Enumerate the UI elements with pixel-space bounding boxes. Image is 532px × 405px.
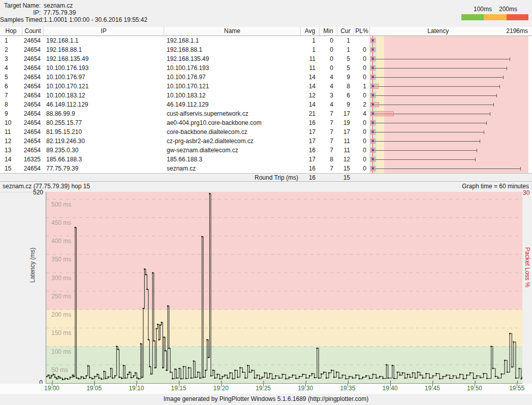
max-latency-whisker [373, 150, 477, 151]
time-tick-label: 19:50 [463, 385, 486, 392]
table-row-hop-4[interactable]: 42465410.100.176.19310.100.176.19311050✕ [0, 63, 532, 73]
cell-name: 192.168.88.1 [164, 45, 300, 54]
cell-hop: 10 [0, 118, 22, 127]
cell-avg: 16 [300, 164, 319, 173]
cell-cur: 5 [337, 63, 354, 73]
target-name-value: seznam.cz [44, 2, 73, 9]
time-tick-label: 19:45 [421, 385, 444, 392]
sample-marker-icon: ✕ [370, 75, 375, 80]
cell-latency-graph: ✕ [369, 146, 532, 155]
table-row-hop-6[interactable]: 62465410.100.170.12110.100.170.12114481✕ [0, 82, 532, 91]
time-axis-labels: 19:0019:0519:1019:1519:2019:2519:3019:35… [0, 384, 532, 394]
cell-packet-loss: 0 [354, 164, 369, 173]
table-row-hop-11[interactable]: 112465481.95.15.210core-backbone.dialtel… [0, 127, 532, 137]
cell-ip: 192.168.135.49 [43, 54, 164, 63]
cell-latency-graph: ✕ [369, 109, 532, 118]
ip-value: 77.75.79.39 [44, 9, 76, 16]
sample-marker-icon: ✕ [370, 120, 375, 125]
col-header-ip: IP [43, 27, 164, 36]
ip-label: IP: [0, 9, 41, 16]
table-row-hop-5[interactable]: 52465410.100.176.9710.100.176.9714490✕ [0, 73, 532, 82]
time-tick-label: 19:40 [379, 385, 401, 392]
cell-hop: 9 [0, 109, 22, 118]
footer-bar: Image generated by PingPlotter Windows 5… [0, 394, 532, 405]
sample-marker-icon: ✕ [370, 102, 375, 107]
cell-min: 7 [319, 164, 337, 173]
cell-hop: 15 [0, 164, 22, 173]
table-row-hop-3[interactable]: 324654192.168.135.49192.168.135.4911050✕ [0, 54, 532, 63]
cell-ip: 82.119.246.30 [43, 137, 164, 146]
cell-avg: 11 [300, 63, 319, 73]
cell-cur: 11 [337, 146, 354, 155]
cell-ip: 185.66.188.3 [43, 155, 164, 164]
cell-latency-graph: ✕ [369, 63, 532, 73]
max-latency-whisker [373, 86, 499, 87]
cell-count: 24654 [22, 109, 43, 118]
cell-avg: 14 [300, 82, 319, 91]
cell-count: 24654 [22, 118, 43, 127]
cell-hop: 3 [0, 54, 22, 63]
cell-packet-loss [354, 36, 369, 45]
cell-packet-loss: 2 [354, 100, 369, 109]
max-latency-tick [499, 85, 500, 88]
max-latency-tick [503, 76, 504, 79]
trace-table-header: Hop Count IP Name Avg Min Cur PL% Latenc… [0, 27, 532, 36]
latency-time-plot[interactable]: 50 ms100 ms150 ms200 ms250 ms300 ms350 m… [46, 192, 522, 384]
cell-hop: 6 [0, 82, 22, 91]
cell-count: 24654 [22, 73, 43, 82]
cell-packet-loss: 0 [354, 155, 369, 164]
cell-ip: 89.235.0.30 [43, 146, 164, 155]
sample-marker-icon: ✕ [370, 84, 375, 89]
table-row-hop-14[interactable]: 1416325185.66.188.3185.66.188.3178120✕ [0, 155, 532, 164]
cell-ip: 46.149.112.129 [43, 100, 164, 109]
cell-avg: 17 [300, 155, 319, 164]
cell-min: 4 [319, 73, 337, 82]
time-tick-label: 19:20 [210, 385, 232, 392]
packet-loss-max-label: 30 [523, 189, 529, 196]
table-row-hop-8[interactable]: 82465446.149.112.12946.149.112.12914492✕ [0, 100, 532, 109]
table-row-hop-15[interactable]: 152465477.75.79.39seznam.cz167150✕ [0, 164, 532, 173]
time-tick-label: 19:15 [168, 385, 190, 392]
max-latency-whisker [373, 168, 520, 169]
y-axis-title: Latency (ms) [29, 248, 36, 283]
col-header-min: Min [319, 27, 337, 36]
cell-ip: 81.95.15.210 [43, 127, 164, 137]
table-row-hop-10[interactable]: 102465480.255.15.77ae0-404.prg10.core-ba… [0, 118, 532, 127]
cell-min: 0 [319, 36, 337, 45]
cell-name: 46.149.112.129 [164, 100, 300, 109]
table-row-hop-7[interactable]: 72465410.100.183.1210.100.183.1212360✕ [0, 91, 532, 100]
cell-packet-loss: 4 [354, 109, 369, 118]
max-latency-tick [496, 94, 497, 97]
max-latency-whisker [373, 132, 484, 132]
legend-red-segment [507, 14, 528, 20]
round-trip-avg: 16 [300, 174, 319, 182]
cell-avg: 12 [300, 91, 319, 100]
cell-latency-graph: ✕ [369, 82, 532, 91]
cell-min: 7 [319, 146, 337, 155]
table-row-hop-2[interactable]: 224654192.168.88.1192.168.88.11010✕ [0, 45, 532, 54]
table-row-hop-1[interactable]: 124654192.168.1.1192.168.1.1101✕ [0, 36, 532, 45]
cell-cur: 19 [337, 118, 354, 127]
cell-avg: 14 [300, 100, 319, 109]
cell-min: 7 [319, 137, 337, 146]
gridline-label: 500 ms [51, 201, 71, 208]
table-row-hop-12[interactable]: 122465482.119.246.30cz-prg-asbr2-ae2.dia… [0, 137, 532, 146]
cell-latency-graph: ✕ [369, 45, 532, 54]
table-row-hop-13[interactable]: 132465489.235.0.30gw-seznam.dialtelecom.… [0, 146, 532, 155]
table-row-hop-9[interactable]: 92465488.86.99.9cust-alfservis.supernetw… [0, 109, 532, 118]
max-latency-tick [520, 167, 521, 171]
cell-count: 24654 [22, 137, 43, 146]
cell-name: cust-alfservis.supernetwork.cz [164, 109, 300, 118]
col-header-pl: PL% [354, 27, 369, 36]
max-latency-tick [486, 121, 487, 125]
cell-packet-loss: 0 [354, 91, 369, 100]
cell-hop: 14 [0, 155, 22, 164]
cell-min: 4 [319, 82, 337, 91]
cell-avg: 16 [300, 118, 319, 127]
cell-avg: 21 [300, 109, 319, 118]
gridline-label: 50 ms [51, 366, 68, 374]
gridline-label: 300 ms [51, 275, 71, 282]
cell-count: 24654 [22, 54, 43, 63]
time-tick-label: 19:30 [294, 385, 317, 392]
sample-marker-icon: ✕ [370, 65, 375, 71]
